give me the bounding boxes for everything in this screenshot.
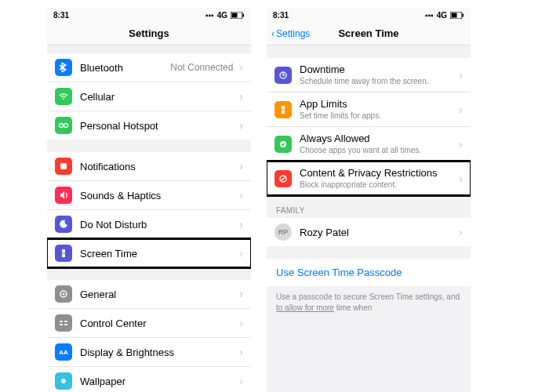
chevron-right-icon: › <box>239 288 243 300</box>
svg-rect-12 <box>64 324 67 325</box>
row-label: Screen Time <box>80 248 236 260</box>
svg-point-14 <box>61 379 66 383</box>
sounds-icon <box>55 187 72 204</box>
wallpaper-icon <box>55 372 72 390</box>
row-label: Display & Brightness <box>80 347 236 358</box>
row-label: Do Not Disturb <box>80 219 236 230</box>
battery-icon <box>231 12 245 19</box>
svg-point-8 <box>63 293 65 296</box>
chevron-right-icon: › <box>459 172 463 185</box>
row-screen-time[interactable]: Screen Time › <box>47 239 251 267</box>
settings-list[interactable]: Bluetooth Not Connected › Cellular › Per… <box>47 45 251 392</box>
network-label: 4G <box>217 11 227 20</box>
status-time: 8:31 <box>53 11 69 20</box>
row-label: Content & Privacy Restrictions <box>300 167 456 179</box>
row-label: Bluetooth <box>80 62 170 74</box>
row-label: General <box>80 289 236 300</box>
row-use-passcode[interactable]: Use Screen Time Passcode <box>267 259 471 286</box>
display-icon: AA <box>55 343 72 361</box>
row-display-brightness[interactable]: AA Display & Brightness › <box>47 338 251 367</box>
footer-note: Use a passcode to secure Screen Time set… <box>267 286 471 318</box>
family-name: Rozy Patel <box>300 227 456 238</box>
control-center-icon <box>55 314 72 332</box>
chevron-right-icon: › <box>239 247 243 260</box>
chevron-right-icon: › <box>239 218 243 230</box>
row-notifications[interactable]: Notifications › <box>47 152 251 181</box>
hotspot-icon <box>55 117 72 134</box>
notifications-icon <box>55 158 72 175</box>
row-bluetooth[interactable]: Bluetooth Not Connected › <box>47 53 251 82</box>
row-subtitle: Schedule time away from the screen. <box>300 76 456 86</box>
downtime-icon <box>274 67 292 84</box>
network-label: 4G <box>437 11 447 20</box>
row-label: Always Allowed <box>300 132 456 144</box>
row-cellular[interactable]: Cellular › <box>47 82 251 111</box>
svg-rect-18 <box>463 13 464 16</box>
svg-rect-17 <box>452 13 457 17</box>
svg-line-22 <box>281 176 285 181</box>
row-wallpaper[interactable]: Wallpaper › <box>47 367 251 392</box>
signal-icon: ▪▪▪ <box>205 11 214 20</box>
row-app-limits[interactable]: App Limits Set time limits for apps. › <box>267 93 471 127</box>
chevron-right-icon: › <box>459 69 463 82</box>
row-personal-hotspot[interactable]: Personal Hotspot › <box>47 111 251 140</box>
row-label: Control Center <box>80 318 236 329</box>
row-control-center[interactable]: Control Center › <box>47 309 251 338</box>
row-subtitle: Choose apps you want at all times. <box>300 145 456 155</box>
general-icon <box>55 285 72 303</box>
dnd-icon <box>55 216 72 233</box>
chevron-left-icon: ‹ <box>271 28 274 39</box>
back-label: Settings <box>276 28 310 39</box>
row-label: Downtime <box>300 64 456 75</box>
cellular-icon <box>55 88 72 105</box>
status-time: 8:31 <box>273 11 289 20</box>
row-do-not-disturb[interactable]: Do Not Disturb › <box>47 210 251 239</box>
chevron-right-icon: › <box>239 160 243 172</box>
row-subtitle: Block inappropriate content. <box>300 180 456 190</box>
row-label: Personal Hotspot <box>80 120 236 132</box>
svg-rect-11 <box>60 324 63 325</box>
signal-icon: ▪▪▪ <box>425 11 434 20</box>
row-sounds-haptics[interactable]: Sounds & Haptics › <box>47 181 251 210</box>
row-label: Cellular <box>80 91 236 103</box>
chevron-right-icon: › <box>459 103 463 116</box>
app-limits-icon <box>274 101 292 118</box>
battery-icon <box>450 12 464 19</box>
chevron-right-icon: › <box>239 317 243 329</box>
svg-point-4 <box>60 124 64 128</box>
status-bar: 8:31 ▪▪▪ 4G <box>47 8 251 22</box>
svg-rect-6 <box>60 163 67 169</box>
phone-left-settings: 8:31 ▪▪▪ 4G Settings Bluetooth Not Conne… <box>47 8 251 392</box>
row-family-member[interactable]: RP Rozy Patel › <box>267 218 471 246</box>
row-label: Wallpaper <box>80 376 236 387</box>
back-button[interactable]: ‹ Settings <box>271 28 310 39</box>
restrictions-icon <box>274 170 292 187</box>
row-always-allowed[interactable]: Always Allowed Choose apps you want at a… <box>267 127 471 162</box>
chevron-right-icon: › <box>239 119 243 132</box>
avatar: RP <box>274 223 292 241</box>
chevron-right-icon: › <box>239 346 243 358</box>
bluetooth-icon <box>55 59 72 76</box>
svg-rect-1 <box>232 13 238 17</box>
row-content-privacy-restrictions[interactable]: Content & Privacy Restrictions Block ina… <box>267 162 471 195</box>
navbar: Settings <box>47 22 251 45</box>
chevron-right-icon: › <box>239 189 243 201</box>
phone-right-screen-time: 8:31 ▪▪▪ 4G ‹ Settings Screen Time <box>267 8 471 392</box>
screen-time-list[interactable]: Downtime Schedule time away from the scr… <box>267 45 471 392</box>
svg-point-5 <box>64 124 68 128</box>
row-general[interactable]: General › <box>47 280 251 309</box>
chevron-right-icon: › <box>459 226 463 238</box>
row-label: App Limits <box>300 98 456 110</box>
svg-rect-10 <box>64 321 67 322</box>
family-header: FAMILY <box>267 195 471 218</box>
svg-text:AA: AA <box>59 349 68 356</box>
always-allowed-icon <box>274 136 292 153</box>
chevron-right-icon: › <box>239 61 243 74</box>
svg-point-3 <box>63 98 64 100</box>
chevron-right-icon: › <box>239 375 243 387</box>
chevron-right-icon: › <box>459 138 463 151</box>
row-downtime[interactable]: Downtime Schedule time away from the scr… <box>267 58 471 93</box>
status-bar: 8:31 ▪▪▪ 4G <box>267 8 471 22</box>
page-title: Settings <box>129 27 169 39</box>
page-title: Screen Time <box>338 27 398 39</box>
